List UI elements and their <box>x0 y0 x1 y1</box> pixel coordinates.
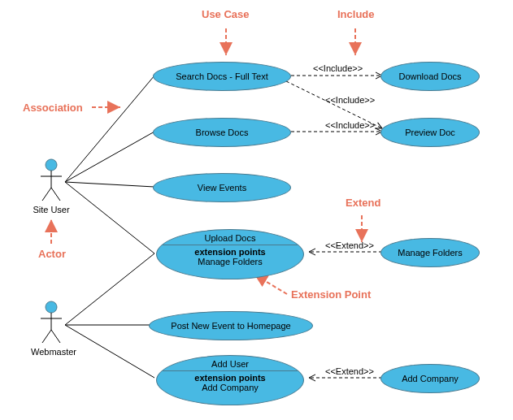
usecase-search: Search Docs - Full Text <box>153 62 291 91</box>
stereo-include-2: <<Include>> <box>325 95 375 105</box>
svg-point-18 <box>46 159 57 171</box>
svg-line-26 <box>42 330 51 343</box>
usecase-manage-folders-label: Manage Folders <box>398 248 463 258</box>
svg-line-0 <box>65 76 154 182</box>
usecase-add-user: Add User extension points Add Company <box>156 355 304 405</box>
svg-line-1 <box>65 132 154 182</box>
svg-point-23 <box>46 301 57 313</box>
usecase-browse-label: Browse Docs <box>196 128 249 137</box>
usecase-add-user-ext-val: Add Company <box>202 383 259 392</box>
usecase-download-label: Download Docs <box>398 71 461 81</box>
stereo-extend-2: <<Extend>> <box>325 366 374 376</box>
usecase-view-events-label: View Events <box>198 183 246 193</box>
usecase-add-user-title: Add User <box>211 356 249 369</box>
usecase-upload: Upload Docs extension points Manage Fold… <box>156 229 304 279</box>
usecase-preview: Preview Doc <box>380 118 480 147</box>
usecase-add-company: Add Company <box>380 364 480 393</box>
usecase-post-event: Post New Event to Homepage <box>149 311 313 340</box>
actor-icon <box>38 301 64 345</box>
annotation-include: Include <box>337 8 375 20</box>
svg-line-27 <box>51 330 60 343</box>
usecase-download: Download Docs <box>380 62 480 91</box>
usecase-upload-title: Upload Docs <box>205 230 256 243</box>
stereo-extend-1: <<Extend>> <box>325 240 374 250</box>
actor-site-user-label: Site User <box>31 205 72 214</box>
stereo-include-1: <<Include>> <box>313 63 363 73</box>
usecase-browse: Browse Docs <box>153 118 291 147</box>
svg-line-17 <box>254 275 287 294</box>
actor-webmaster: Webmaster <box>31 301 72 357</box>
annotation-actor: Actor <box>38 248 66 260</box>
usecase-manage-folders: Manage Folders <box>380 238 480 267</box>
stereo-include-3: <<Include>> <box>325 120 375 130</box>
actor-site-user: Site User <box>31 158 72 214</box>
usecase-post-event-label: Post New Event to Homepage <box>171 321 290 331</box>
annotation-use-case: Use Case <box>202 8 250 20</box>
annotation-extend: Extend <box>346 197 380 209</box>
svg-line-3 <box>65 182 154 253</box>
annotation-association: Association <box>23 102 83 114</box>
usecase-add-company-label: Add Company <box>402 374 459 383</box>
usecase-view-events: View Events <box>153 173 291 202</box>
svg-line-22 <box>51 188 60 201</box>
svg-line-4 <box>65 253 154 325</box>
actor-icon <box>38 158 64 203</box>
actor-webmaster-label: Webmaster <box>31 347 72 357</box>
usecase-search-label: Search Docs - Full Text <box>176 71 268 81</box>
svg-line-2 <box>65 182 154 187</box>
svg-line-21 <box>42 188 51 201</box>
annotation-extension-point: Extension Point <box>291 288 371 301</box>
usecase-upload-ext-val: Manage Folders <box>198 257 263 266</box>
usecase-upload-ext-label: extension points <box>157 245 303 257</box>
usecase-preview-label: Preview Doc <box>405 128 455 137</box>
svg-line-6 <box>65 325 154 378</box>
usecase-add-user-ext-label: extension points <box>157 370 303 383</box>
